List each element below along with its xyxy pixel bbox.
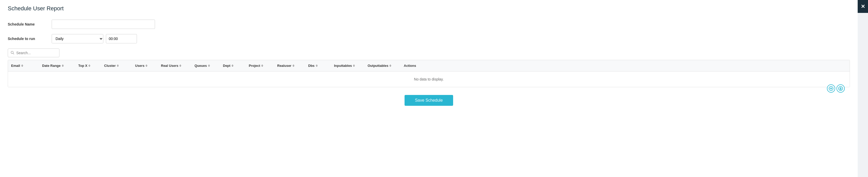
svg-line-1 (13, 53, 14, 54)
col-header-outputtables[interactable]: Outputtables (365, 63, 401, 69)
col-header-users[interactable]: Users (132, 63, 158, 69)
sort-icon-users (146, 65, 148, 67)
col-header-actions: Actions (401, 63, 850, 69)
col-header-project[interactable]: Project (246, 63, 274, 69)
add-circle-icon[interactable] (827, 84, 835, 93)
col-header-realusers[interactable]: Real Users (158, 63, 191, 69)
sort-icon-project (261, 65, 263, 67)
no-data-message: No data to display. (414, 77, 444, 81)
schedule-name-input[interactable] (52, 20, 155, 29)
schedule-run-row: Schedule to run Daily Weekly Monthly (8, 34, 850, 43)
col-realuser-label: Realuser (277, 64, 291, 68)
col-header-topx[interactable]: Top X (75, 63, 101, 69)
col-dept-label: Dept (223, 64, 230, 68)
col-realusers-label: Real Users (161, 64, 178, 68)
schedule-name-label: Schedule Name (8, 22, 46, 26)
sort-icon-email (21, 65, 23, 67)
table-header: Email Date Range Top X Cluster (8, 60, 850, 71)
col-cluster-label: Cluster (104, 64, 116, 68)
search-section (8, 48, 850, 57)
search-icon (10, 51, 14, 55)
schedule-time-input[interactable] (106, 34, 137, 43)
col-queues-label: Queues (194, 64, 207, 68)
upload-circle-icon[interactable] (836, 84, 845, 93)
col-inputtables-label: Inputtables (334, 64, 352, 68)
table-section: Email Date Range Top X Cluster (8, 60, 850, 87)
col-header-daterange[interactable]: Date Range (39, 63, 75, 69)
col-header-email[interactable]: Email (8, 63, 39, 69)
sort-icon-realusers (179, 65, 181, 67)
col-project-label: Project (249, 64, 260, 68)
col-users-label: Users (135, 64, 145, 68)
dialog-content: Schedule User Report Schedule Name Sched… (0, 0, 858, 111)
save-schedule-button[interactable]: Save Schedule (405, 95, 453, 106)
sort-icon-daterange (62, 65, 64, 67)
col-header-dept[interactable]: Dept (220, 63, 246, 69)
schedule-name-row: Schedule Name (8, 20, 850, 29)
col-email-label: Email (11, 64, 20, 68)
col-dbs-label: Dbs (308, 64, 315, 68)
sort-icon-queues (208, 65, 210, 67)
footer-section: Save Schedule (8, 95, 850, 106)
sort-icon-realuser (292, 65, 294, 67)
col-daterange-label: Date Range (42, 64, 61, 68)
col-header-dbs[interactable]: Dbs (305, 63, 331, 69)
col-header-cluster[interactable]: Cluster (101, 63, 132, 69)
dialog-title: Schedule User Report (8, 5, 850, 12)
sort-icon-outputtables (389, 65, 392, 67)
col-header-realuser[interactable]: Realuser (274, 63, 305, 69)
col-header-queues[interactable]: Queues (191, 63, 220, 69)
sort-icon-dbs (316, 65, 318, 67)
col-actions-label: Actions (404, 64, 416, 68)
search-input[interactable] (16, 51, 55, 55)
sort-icon-inputtables (353, 65, 355, 67)
sort-icon-dept (231, 65, 234, 67)
form-section: Schedule Name Schedule to run Daily Week… (8, 20, 850, 43)
col-header-inputtables[interactable]: Inputtables (331, 63, 365, 69)
schedule-frequency-select[interactable]: Daily Weekly Monthly (52, 34, 103, 43)
search-box (8, 48, 59, 57)
schedule-run-controls: Daily Weekly Monthly (52, 34, 137, 43)
main-container: Schedule User Report Schedule Name Sched… (0, 0, 868, 177)
schedule-run-label: Schedule to run (8, 37, 46, 41)
col-outputtables-label: Outputtables (368, 64, 388, 68)
right-icons-area (827, 84, 845, 93)
dialog-panel: Schedule User Report Schedule Name Sched… (0, 0, 858, 177)
close-button[interactable]: ✕ (858, 0, 868, 13)
table-body: No data to display. (8, 71, 850, 87)
sort-icon-cluster (117, 65, 119, 67)
col-topx-label: Top X (78, 64, 87, 68)
sort-icon-topx (88, 65, 90, 67)
